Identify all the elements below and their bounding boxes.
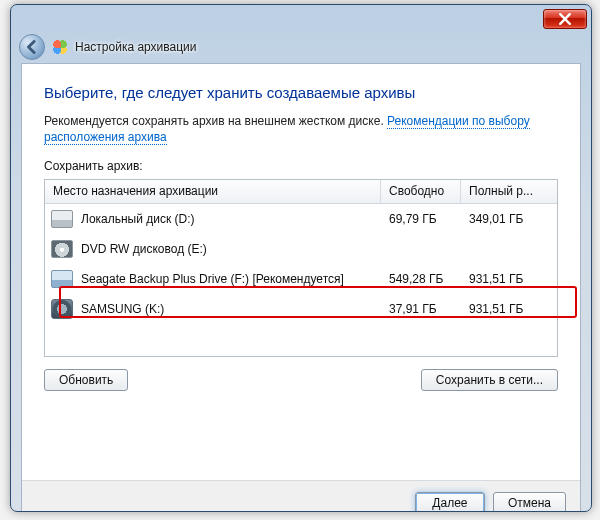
hard-drive-icon [51,299,73,319]
hdd-icon [51,210,73,228]
close-icon [559,13,571,25]
dvd-icon [51,240,73,258]
close-button[interactable] [543,9,587,29]
page-heading: Выберите, где следует хранить создаваемы… [44,84,558,101]
drive-free: 549,28 ГБ [381,272,461,286]
drive-list[interactable]: Место назначения архивации Свободно Полн… [44,179,558,357]
control-panel-flag-icon [51,38,69,56]
dialog-footer: Далее Отмена [22,480,580,512]
col-header-name[interactable]: Место назначения архивации [45,180,381,203]
drive-free: 69,79 ГБ [381,212,461,226]
drive-name: Локальный диск (D:) [81,212,195,226]
refresh-button[interactable]: Обновить [44,369,128,391]
drive-full: 931,51 ГБ [461,272,541,286]
nav-strip: Настройка архивации [11,33,591,63]
save-archive-label: Сохранить архив: [44,159,558,173]
external-drive-icon [51,270,73,288]
drive-name: SAMSUNG (K:) [81,302,164,316]
recommendation-label: Рекомендуется сохранять архив на внешнем… [44,114,384,128]
drive-name: DVD RW дисковод (E:) [81,242,207,256]
drive-row[interactable]: DVD RW дисковод (E:) [45,234,557,264]
drive-free: 37,91 ГБ [381,302,461,316]
drive-full: 931,51 ГБ [461,302,541,316]
drive-row[interactable]: Локальный диск (D:) 69,79 ГБ 349,01 ГБ [45,204,557,234]
window-frame: Настройка архивации Выберите, где следуе… [10,4,592,512]
drive-name: Seagate Backup Plus Drive (F:) [Рекоменд… [81,272,344,286]
content-panel: Выберите, где следует хранить создаваемы… [21,63,581,512]
titlebar [11,5,591,33]
drive-row[interactable]: SAMSUNG (K:) 37,91 ГБ 931,51 ГБ [45,294,557,324]
window-title: Настройка архивации [75,40,197,54]
drive-list-header: Место назначения архивации Свободно Полн… [45,180,557,204]
drive-row[interactable]: Seagate Backup Plus Drive (F:) [Рекоменд… [45,264,557,294]
save-network-button[interactable]: Сохранить в сети... [421,369,558,391]
col-header-free[interactable]: Свободно [381,180,461,203]
back-button[interactable] [19,34,45,60]
drive-full: 349,01 ГБ [461,212,541,226]
col-header-full[interactable]: Полный р... [461,180,541,203]
recommendation-text: Рекомендуется сохранять архив на внешнем… [44,113,558,145]
col-header-scroll [541,180,557,203]
cancel-button[interactable]: Отмена [493,492,566,513]
arrow-left-icon [25,40,39,54]
next-button[interactable]: Далее [415,492,485,513]
